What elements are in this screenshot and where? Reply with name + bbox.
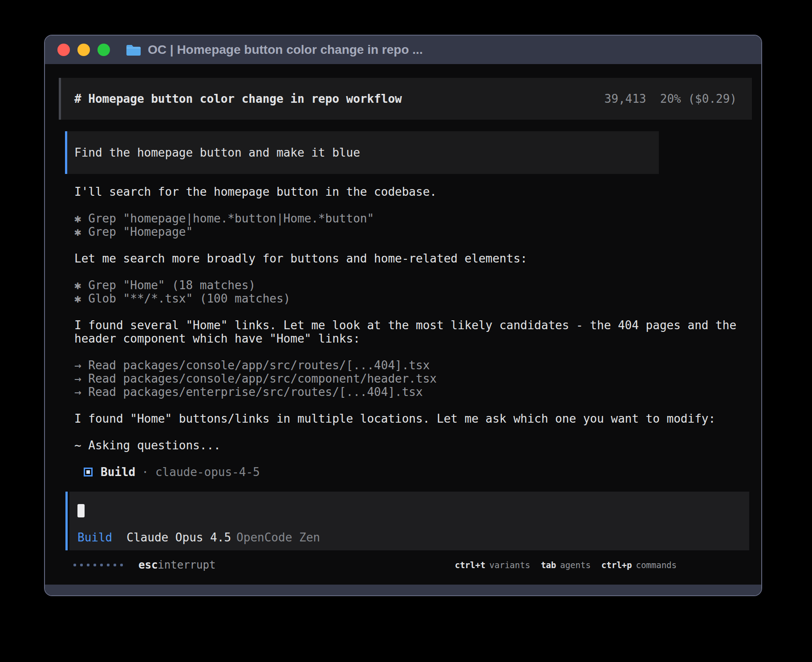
titlebar[interactable]: OC | Homepage button color change in rep… <box>45 36 761 64</box>
tool-call-grep: ✱ Grep "homepage|home.*button|Home.*butt… <box>74 212 752 225</box>
input-area[interactable]: Build Claude Opus 4.5 OpenCode Zen <box>69 492 749 550</box>
terminal-content: # Homepage button color change in repo w… <box>45 64 761 572</box>
user-message-text: Find the homepage button and make it blu… <box>74 146 360 159</box>
assistant-text: Let me search more broadly for buttons a… <box>74 252 752 265</box>
assistant-transcript: I'll search for the homepage button in t… <box>74 185 752 479</box>
folder-icon <box>126 44 141 56</box>
traffic-lights <box>57 44 110 56</box>
composer-agent-label: Build <box>77 531 112 544</box>
agent-model: claude-opus-4-5 <box>155 465 260 479</box>
window-title: OC | Homepage button color change in rep… <box>148 43 423 57</box>
spinner-dots-icon <box>73 564 123 566</box>
assistant-text: I found "Home" buttons/links in multiple… <box>74 412 752 425</box>
session-header: # Homepage button color change in repo w… <box>59 78 752 120</box>
user-message: Find the homepage button and make it blu… <box>65 131 659 174</box>
session-stats: 39,413 20% ($0.29) <box>605 92 737 105</box>
zoom-button[interactable] <box>97 44 110 56</box>
session-title: # Homepage button color change in repo w… <box>74 92 402 105</box>
window-footer <box>45 585 761 595</box>
close-button[interactable] <box>57 44 70 56</box>
status-left: esc interrupt <box>73 559 215 571</box>
tool-call-glob: ✱ Glob "**/*.tsx" (100 matches) <box>74 292 752 305</box>
composer-model-label: Claude Opus 4.5 <box>126 531 231 544</box>
tool-call-read: → Read packages/enterprise/src/routes/[.… <box>74 385 752 399</box>
assistant-text: I'll search for the homepage button in t… <box>74 185 752 198</box>
assistant-text: header component which have "Home" links… <box>74 332 752 345</box>
terminal-window: OC | Homepage button color change in rep… <box>44 35 762 596</box>
agent-name: Build <box>101 465 135 479</box>
hint-variants: ctrl+t variants <box>455 560 530 570</box>
status-hints: ctrl+t variants tab agents ctrl+p comman… <box>455 560 677 570</box>
minimize-button[interactable] <box>77 44 90 56</box>
prompt-input[interactable]: Build Claude Opus 4.5 OpenCode Zen <box>65 492 749 550</box>
assistant-status-text: ~ Asking questions... <box>74 439 752 452</box>
text-cursor <box>77 504 85 517</box>
tool-call-read: → Read packages/console/app/src/routes/[… <box>74 359 752 372</box>
tool-call-grep: ✱ Grep "Home" (18 matches) <box>74 279 752 292</box>
agent-status-row: Build · claude-opus-4-5 <box>74 465 752 479</box>
status-bar: esc interrupt ctrl+t variants tab agents… <box>59 558 752 572</box>
esc-key: esc <box>138 559 158 571</box>
model-row: Build Claude Opus 4.5 OpenCode Zen <box>77 531 740 544</box>
hint-commands: ctrl+p commands <box>601 560 677 570</box>
agent-square-icon <box>84 468 93 476</box>
composer-provider-label: OpenCode Zen <box>236 531 320 544</box>
separator-dot: · <box>142 465 149 479</box>
hint-agents: tab agents <box>541 560 591 570</box>
esc-label: interrupt <box>158 559 215 571</box>
tool-call-grep: ✱ Grep "Homepage" <box>74 225 752 238</box>
assistant-text: I found several "Home" links. Let me loo… <box>74 319 752 332</box>
tool-call-read: → Read packages/console/app/src/componen… <box>74 372 752 385</box>
